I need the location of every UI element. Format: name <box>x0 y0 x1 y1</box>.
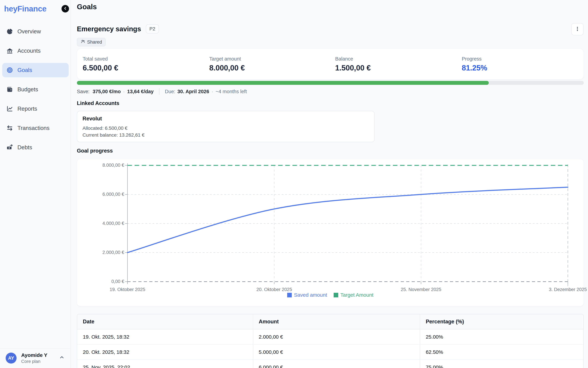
sidebar-item-label: Overview <box>18 28 41 35</box>
due-remaining: ~4 months left <box>216 89 247 94</box>
table-cell: 2.000,00 € <box>253 329 420 345</box>
chevron-left-icon <box>63 6 68 11</box>
goal-progress-chart: 0,00 €2.000,00 €4.000,00 €6.000,00 €8.00… <box>77 159 584 306</box>
sidebar-item-reports[interactable]: Reports <box>2 101 69 116</box>
legend-label: Saved amount <box>294 292 327 298</box>
bank-icon <box>7 47 13 54</box>
stat-value: 81.25% <box>462 64 487 72</box>
goal-progress-bar <box>77 81 584 85</box>
save-label: Save: <box>77 89 89 94</box>
x-axis-tick-label: 3. Dezember 2025 <box>549 287 587 292</box>
table-row: 20. Okt. 2025, 18:325.000,00 €62.50% <box>77 345 583 360</box>
stat-value: 8.000,00 € <box>209 64 245 72</box>
table-cell: 75.00% <box>420 360 583 368</box>
due-date: 30. April 2026 <box>177 89 209 94</box>
dot-separator: · <box>123 89 125 94</box>
sidebar-item-budgets[interactable]: Budgets <box>2 82 69 97</box>
due-label: Due: <box>165 89 175 94</box>
wallet-icon <box>7 86 13 93</box>
sidebar-item-overview[interactable]: Overview <box>2 24 69 39</box>
goal-menu-button[interactable] <box>571 23 584 35</box>
page-title: Goals <box>77 3 97 11</box>
sidebar-collapse-button[interactable] <box>61 5 69 12</box>
goal-history-table: DateAmountPercentage (%)19. Okt. 2025, 1… <box>77 314 584 368</box>
sidebar-nav: OverviewAccountsGoalsBudgetsReportsTrans… <box>2 24 69 155</box>
chart-line-icon <box>7 106 13 112</box>
transfer-icon <box>7 125 13 131</box>
y-axis-tick-label: 6.000,00 € <box>81 192 124 197</box>
stat-value: 6.500,00 € <box>83 64 118 72</box>
banknote-icon <box>7 144 13 151</box>
stat-label: Balance <box>335 56 353 62</box>
sidebar-item-transactions[interactable]: Transactions <box>2 121 69 135</box>
avatar: AY <box>6 353 17 364</box>
user-plan: Core plan <box>21 359 41 364</box>
sidebar-item-label: Budgets <box>18 86 38 93</box>
x-axis-tick-label: 25. November 2025 <box>401 287 441 292</box>
sidebar-item-label: Accounts <box>18 47 41 54</box>
sidebar-item-label: Transactions <box>18 125 50 131</box>
sidebar-item-label: Debts <box>18 144 32 151</box>
sidebar-item-label: Goals <box>18 67 32 73</box>
sidebar-item-debts[interactable]: Debts <box>2 140 69 155</box>
goal-header: Emergency savings P2 <box>77 24 159 34</box>
shared-badge: Shared <box>77 38 106 46</box>
sidebar-item-goals[interactable]: Goals <box>2 63 69 77</box>
legend-item: Saved amount <box>287 292 327 298</box>
chevron-up-icon[interactable] <box>59 355 65 360</box>
legend-label: Target Amount <box>341 292 373 298</box>
table-row: 19. Okt. 2025, 18:322.000,00 €25.00% <box>77 329 583 345</box>
kebab-icon <box>574 26 580 33</box>
table-header-cell: Date <box>77 314 253 329</box>
dot-separator: · <box>211 89 213 94</box>
goal-name: Emergency savings <box>77 25 141 33</box>
legend-item: Target Amount <box>334 292 373 298</box>
sidebar: heyFinance OverviewAccountsGoalsBudgetsR… <box>0 0 71 368</box>
save-monthly: 375,00 €/mo <box>93 89 121 94</box>
main-content: Goals Emergency savings P2 Shared Total … <box>71 0 588 368</box>
y-axis-tick-label: 0,00 € <box>81 279 124 284</box>
table-header-cell: Amount <box>253 314 420 329</box>
y-axis-tick-label: 2.000,00 € <box>81 250 124 255</box>
table-cell: 5.000,00 € <box>253 345 420 360</box>
stat-label: Target amount <box>209 56 241 62</box>
goal-progress-fill <box>77 81 489 85</box>
vertical-divider <box>159 88 159 95</box>
table-cell: 25. Nov. 2025, 22:02 <box>77 360 253 368</box>
save-daily: 13,64 €/day <box>127 89 154 94</box>
goal-progress-chart-title: Goal progress <box>77 148 113 154</box>
priority-badge: P2 <box>146 24 159 34</box>
table-cell: 19. Okt. 2025, 18:32 <box>77 329 253 345</box>
shared-label: Shared <box>87 39 102 45</box>
pie-chart-icon <box>7 28 13 35</box>
table-header-row: DateAmountPercentage (%) <box>77 314 583 329</box>
account-balance: Current balance: 13.262,61 € <box>82 132 145 138</box>
goal-stats-card: Total saved6.500,00 €Target amount8.000,… <box>77 48 584 80</box>
legend-swatch <box>287 293 292 297</box>
users-icon <box>81 39 85 45</box>
table-row: 25. Nov. 2025, 22:026.000,00 €75.00% <box>77 360 583 368</box>
x-axis-tick-label: 19. Oktober 2025 <box>110 287 145 292</box>
stat-value: 1.500,00 € <box>335 64 371 72</box>
chart-legend: Saved amountTarget Amount <box>77 292 584 298</box>
stat-label: Progress <box>462 56 482 62</box>
linked-accounts-title: Linked Accounts <box>77 100 119 106</box>
table-header-cell: Percentage (%) <box>420 314 583 329</box>
sidebar-user-section[interactable]: AY Ayomide Y Core plan <box>0 348 70 368</box>
account-name: Revolut <box>82 116 102 122</box>
table-cell: 6.000,00 € <box>253 360 420 368</box>
x-axis-tick-label: 20. Oktober 2025 <box>256 287 292 292</box>
user-name: Ayomide Y <box>21 352 47 358</box>
table-cell: 20. Okt. 2025, 18:32 <box>77 345 253 360</box>
y-axis-tick-label: 4.000,00 € <box>81 221 124 226</box>
y-axis-tick-label: 8.000,00 € <box>81 163 124 168</box>
legend-swatch <box>334 293 338 297</box>
save-summary-row: Save: 375,00 €/mo · 13,64 €/day Due: 30.… <box>77 88 247 95</box>
sidebar-item-label: Reports <box>18 106 37 112</box>
app-logo: heyFinance <box>4 4 46 13</box>
account-allocated: Allocated: 6.500,00 € <box>82 126 127 131</box>
sidebar-item-accounts[interactable]: Accounts <box>2 44 69 58</box>
linked-account-card[interactable]: Revolut Allocated: 6.500,00 € Current ba… <box>77 111 375 142</box>
stat-label: Total saved <box>83 56 108 62</box>
table-cell: 25.00% <box>420 329 583 345</box>
